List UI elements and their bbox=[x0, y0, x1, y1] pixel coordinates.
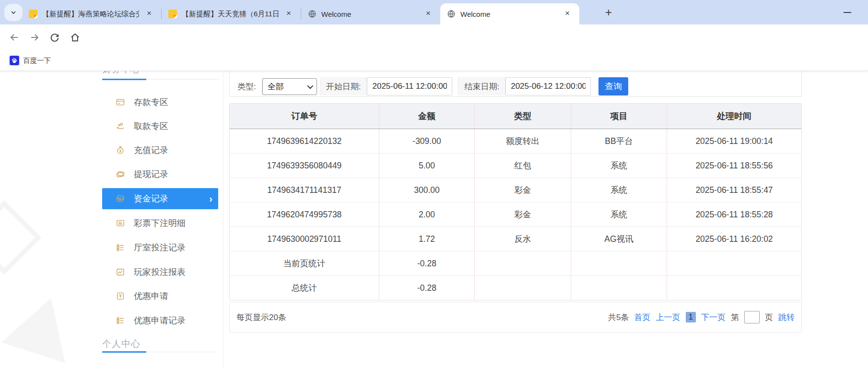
table-cell: 2025-06-11 18:55:28 bbox=[667, 202, 801, 226]
doc-list-icon bbox=[116, 218, 125, 228]
tab-close-icon[interactable]: × bbox=[562, 9, 573, 19]
sidebar-item-label: 彩票下注明细 bbox=[134, 217, 186, 229]
table-cell: -0.28 bbox=[379, 276, 475, 300]
sidebar-item-3[interactable]: 提现记录 bbox=[102, 164, 218, 185]
money-bag-icon bbox=[116, 145, 125, 155]
table-cell: BB平台 bbox=[571, 129, 667, 153]
back-icon bbox=[9, 32, 20, 43]
baidu-paw-icon bbox=[10, 56, 19, 65]
new-tab-button[interactable]: + bbox=[602, 6, 615, 19]
table-cell: 当前页统计 bbox=[230, 251, 379, 275]
chart-report-icon bbox=[116, 267, 125, 277]
jump-page-input[interactable] bbox=[744, 311, 760, 323]
type-select[interactable]: 全部 bbox=[262, 78, 317, 95]
sidebar-item-5[interactable]: 彩票下注明细 bbox=[102, 213, 218, 234]
table-row: 17496300029710111.72反水AG视讯2025-06-11 16:… bbox=[230, 227, 801, 251]
table-cell: -0.28 bbox=[379, 251, 475, 275]
globe-icon bbox=[308, 10, 317, 18]
table-row: 1749639614220132-309.00额度转出BB平台2025-06-1… bbox=[230, 129, 801, 154]
tab-close-icon[interactable]: × bbox=[283, 9, 294, 19]
start-date-input[interactable] bbox=[367, 77, 452, 95]
sidebar-section-personal: 个人中心 bbox=[102, 338, 141, 350]
home-icon bbox=[70, 32, 81, 43]
table-cell: 系统 bbox=[571, 154, 667, 178]
chart-report-icon bbox=[116, 267, 125, 277]
table-cell: 1749630002971011 bbox=[230, 227, 379, 251]
tab-title: Welcome bbox=[460, 10, 557, 18]
back-button[interactable] bbox=[8, 31, 21, 44]
toolbar: js14.cc/hhcp/usercenter.html?iniType=6 bbox=[0, 24, 868, 50]
minimize-button[interactable] bbox=[840, 5, 855, 19]
table-cell: 1.72 bbox=[379, 227, 475, 251]
section-underline bbox=[102, 79, 218, 80]
sidebar-item-0[interactable]: 存款专区 bbox=[102, 92, 218, 113]
background-triangle-decoration bbox=[0, 200, 42, 275]
tab-search-button[interactable] bbox=[4, 4, 23, 21]
end-date-label: 结束日期: bbox=[458, 77, 505, 95]
table-cell: 彩金 bbox=[475, 178, 571, 202]
bookmark-baidu[interactable]: 百度一下 bbox=[6, 54, 55, 67]
section-underline bbox=[102, 352, 218, 352]
tab[interactable]: 【新提醒】天天竞猜（6月11日× bbox=[162, 3, 301, 24]
table-row: 1749634171141317300.00彩金系统2025-06-11 18:… bbox=[230, 178, 801, 202]
total-count-label: 共5条 bbox=[608, 312, 629, 323]
search-button[interactable]: 查询 bbox=[598, 77, 628, 95]
main-panel: 类型: 全部 开始日期: 结束日期: 查询 订单号金额类型项目处理时间17496… bbox=[229, 71, 802, 369]
sidebar-item-label: 存款专区 bbox=[134, 96, 168, 108]
globe-icon bbox=[447, 10, 456, 18]
table-cell bbox=[667, 276, 801, 300]
background-triangle-decoration bbox=[1, 287, 83, 363]
tab-title: Welcome bbox=[321, 10, 418, 18]
grid-list-icon bbox=[116, 316, 125, 325]
start-date-label: 开始日期: bbox=[320, 77, 367, 95]
sidebar-item-8[interactable]: 优惠申请 bbox=[102, 286, 218, 307]
table-cell: 1749620474995738 bbox=[230, 202, 379, 226]
bank-card-icon bbox=[116, 97, 125, 107]
grid-list-icon bbox=[116, 243, 125, 252]
table-cell: 1749634171141317 bbox=[230, 178, 379, 202]
forward-icon bbox=[29, 32, 40, 43]
tab[interactable]: 【新提醒】海燕策略论坛综合交× bbox=[22, 3, 161, 24]
table-cell: 1749639356080449 bbox=[230, 154, 379, 178]
tab-close-icon[interactable]: × bbox=[144, 9, 154, 19]
table-header-row: 订单号金额类型项目处理时间 bbox=[230, 104, 801, 129]
home-button[interactable] bbox=[68, 31, 82, 44]
sidebar-item-1[interactable]: 取款专区 bbox=[102, 116, 218, 137]
table-cell bbox=[571, 251, 667, 275]
table-header-cell: 项目 bbox=[571, 104, 667, 129]
current-page-indicator[interactable]: 1 bbox=[686, 312, 696, 322]
tab[interactable]: Welcome× bbox=[301, 3, 440, 24]
type-label: 类型: bbox=[236, 77, 262, 95]
table-row: 17496204749957382.00彩金系统2025-06-11 18:55… bbox=[230, 202, 801, 227]
table-cell: 2025-06-11 18:55:56 bbox=[667, 154, 801, 178]
sidebar-item-active[interactable]: 资金记录› bbox=[102, 188, 218, 209]
chevron-down-icon bbox=[307, 83, 313, 89]
table-cell: 系统 bbox=[571, 202, 667, 226]
first-page-link[interactable]: 首页 bbox=[634, 312, 651, 323]
tab-active[interactable]: Welcome× bbox=[440, 3, 579, 24]
prev-page-link[interactable]: 上一页 bbox=[656, 312, 680, 323]
sidebar-item-label: 玩家投注报表 bbox=[134, 266, 186, 278]
next-page-link[interactable]: 下一页 bbox=[701, 312, 726, 323]
hand-coins-icon bbox=[116, 121, 125, 131]
sidebar-item-label: 取款专区 bbox=[134, 120, 168, 132]
table-cell bbox=[475, 276, 571, 300]
tab-strip: 【新提醒】海燕策略论坛综合交×【新提醒】天天竞猜（6月11日×Welcome×W… bbox=[22, 0, 579, 24]
tab-close-icon[interactable]: × bbox=[423, 9, 434, 19]
jump-button[interactable]: 跳转 bbox=[778, 312, 795, 323]
filter-row: 类型: 全部 开始日期: 结束日期: 查询 bbox=[236, 77, 628, 95]
sidebar-item-9[interactable]: 优惠申请记录 bbox=[102, 310, 218, 331]
end-date-input[interactable] bbox=[505, 77, 591, 95]
sidebar-item-7[interactable]: 玩家投注报表 bbox=[102, 262, 218, 283]
sidebar-item-6[interactable]: 厅室投注记录 bbox=[102, 237, 218, 258]
forward-button[interactable] bbox=[28, 31, 41, 44]
reload-button[interactable] bbox=[48, 31, 61, 44]
tab-bar: 【新提醒】海燕策略论坛综合交×【新提醒】天天竞猜（6月11日×Welcome×W… bbox=[0, 0, 868, 24]
table-cell: 2025-06-11 16:20:02 bbox=[667, 227, 801, 251]
type-select-value: 全部 bbox=[268, 81, 284, 92]
sidebar: 财务中心 存款专区取款专区充值记录提现记录资金记录›彩票下注明细厅室投注记录玩家… bbox=[96, 71, 223, 369]
table-row: 当前页统计-0.28 bbox=[230, 251, 801, 276]
table-cell: 反水 bbox=[475, 227, 571, 251]
grid-list-icon bbox=[116, 316, 125, 325]
sidebar-item-2[interactable]: 充值记录 bbox=[102, 140, 218, 161]
